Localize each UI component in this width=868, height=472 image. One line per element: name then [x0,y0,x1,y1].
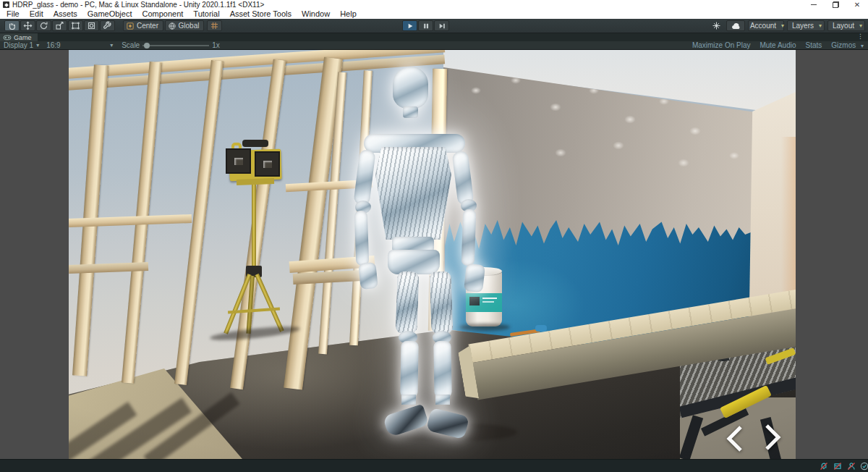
pivot-center-icon [126,22,135,30]
unity-logo-icon [3,1,9,8]
custom-tools-button[interactable] [100,20,115,31]
next-arrow-button[interactable] [760,421,784,453]
transform-tool-button[interactable] [84,20,99,31]
menu-asset-store-tools[interactable]: Asset Store Tools [225,9,297,19]
sparkle-icon [712,21,721,30]
game-viewport [0,50,868,459]
letterbox-right [796,50,868,459]
scale-label: Scale [122,41,140,49]
prev-arrow-button[interactable] [723,423,748,455]
unity-editor-window: HDRP_glass - demo - PC, Mac & Linux Stan… [0,0,868,472]
game-view-toolbar: Display 1 ▾ 16:9 ▾ Scale 1x Maximize On … [0,41,868,50]
grid-snap-button[interactable] [207,20,222,31]
restore-button[interactable] [825,0,846,9]
progress-button[interactable] [709,20,723,31]
step-button[interactable] [434,20,449,31]
mute-audio-toggle[interactable]: Mute Audio [760,41,796,49]
orientation-global-button[interactable]: Global [165,20,204,31]
gamepad-icon [3,34,12,41]
tab-game-label: Game [14,34,32,41]
work-light-mast [252,185,256,269]
view-tab-bar: Game ⋮ [0,33,868,41]
menu-file[interactable]: File [1,9,25,19]
display-dropdown[interactable]: Display 1 ▾ [4,41,39,49]
status-account-disabled-icon[interactable] [847,462,856,471]
status-package-disabled-icon[interactable] [833,462,842,471]
menu-component[interactable]: Component [137,9,188,19]
pivot-center-button[interactable]: Center [123,20,163,31]
scale-tool-button[interactable] [52,20,67,31]
gizmos-label: Gizmos [831,41,856,49]
status-notifications-muted-icon[interactable] [820,462,828,471]
chevron-down-icon: ▾ [36,42,39,49]
pivot-center-label: Center [135,22,161,30]
status-check-circle-icon[interactable] [860,462,868,471]
display-label: Display 1 [4,41,33,49]
scale-slider-knob[interactable] [144,43,150,49]
chevron-down-icon: ▾ [819,22,822,29]
work-light-lamp-left [226,148,251,174]
account-dropdown[interactable]: Account ▾ [748,20,784,31]
rotate-icon [39,21,48,30]
play-button[interactable] [402,20,417,31]
menu-edit[interactable]: Edit [25,9,48,19]
main-toolbar: Center Global Account ▾ Layers [0,19,868,33]
restore-icon [833,1,839,8]
scale-control: Scale 1x [122,41,220,49]
menu-gameobject[interactable]: GameObject [82,9,137,19]
globe-icon [168,22,176,30]
scale-slider[interactable] [142,45,209,46]
minimize-icon [811,4,817,5]
gizmos-dropdown[interactable]: Gizmos ▾ [831,41,864,49]
menu-window[interactable]: Window [297,9,335,19]
chevron-down-icon: ▾ [861,43,864,49]
robot-shadow [380,423,517,442]
move-icon [23,21,33,30]
chevron-down-icon: ▾ [781,22,784,29]
aspect-ratio-dropdown[interactable]: 16:9 ▾ [46,41,113,49]
stats-toggle[interactable]: Stats [806,41,822,49]
work-light-handle [242,140,268,147]
letterbox-left [0,50,69,459]
menu-bar: File Edit Assets GameObject Component Tu… [0,9,868,19]
status-bar: 17:45 [0,459,868,472]
menu-tutorial[interactable]: Tutorial [188,9,224,19]
rect-tool-icon [71,21,80,30]
collab-button[interactable] [726,20,745,31]
move-tool-button[interactable] [20,20,35,31]
minimize-button[interactable] [803,0,825,9]
scale-icon [55,21,64,30]
tab-menu-kebab-icon[interactable]: ⋮ [857,33,864,40]
work-light [210,137,304,340]
layers-dropdown[interactable]: Layers ▾ [787,20,825,31]
rotate-tool-button[interactable] [36,20,51,31]
title-bar: HDRP_glass - demo - PC, Mac & Linux Stan… [0,0,868,9]
tripod-leg [255,274,284,332]
chevron-down-icon: ▾ [110,42,113,49]
tab-game[interactable]: Game [0,33,38,41]
layout-dropdown[interactable]: Layout ▾ [827,20,865,31]
menu-help[interactable]: Help [335,9,362,19]
play-icon [406,22,414,30]
window-title: HDRP_glass - demo - PC, Mac & Linux Stan… [12,1,264,9]
menu-assets[interactable]: Assets [48,9,82,19]
game-render-area [69,50,796,459]
aspect-label: 16:9 [46,41,60,49]
layers-label: Layers [790,22,816,30]
layout-label: Layout [830,22,856,30]
maximize-on-play-toggle[interactable]: Maximize On Play [692,41,751,49]
rect-tool-button[interactable] [68,20,83,31]
account-label: Account [748,22,778,30]
wrench-icon [103,21,112,30]
hand-icon [7,21,17,30]
transform-icon [87,21,96,30]
grid-snap-icon [210,21,219,30]
pan-tool-button[interactable] [4,20,20,31]
pause-button[interactable] [418,20,433,31]
scale-value: 1x [212,41,220,49]
step-icon [438,22,446,30]
close-button[interactable]: ✕ [846,0,868,9]
work-light-lamp-right [255,151,280,177]
pause-icon [422,22,430,30]
orientation-global-label: Global [176,22,202,30]
